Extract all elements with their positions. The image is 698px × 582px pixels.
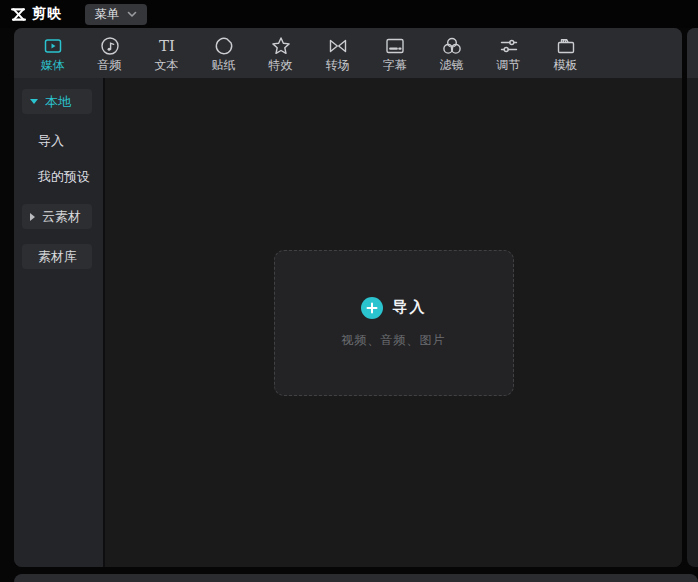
tab-media[interactable]: 媒体 bbox=[24, 28, 81, 78]
tab-label: 调节 bbox=[497, 59, 521, 72]
tab-label: 模板 bbox=[554, 59, 578, 72]
tab-label: 转场 bbox=[326, 59, 350, 72]
tab-sticker[interactable]: 贴纸 bbox=[195, 28, 252, 78]
text-icon: TI bbox=[156, 35, 178, 57]
tab-subtitle[interactable]: 字幕 bbox=[366, 28, 423, 78]
import-button[interactable]: 导入 bbox=[361, 297, 427, 319]
sidebar-item-label: 本地 bbox=[45, 93, 71, 111]
sidebar-item-local[interactable]: 本地 bbox=[22, 89, 92, 114]
sidebar-item-label: 我的预设 bbox=[38, 168, 90, 186]
sidebar-item-label: 导入 bbox=[38, 132, 64, 150]
media-icon bbox=[42, 35, 64, 57]
tabbar: 媒体 音频 TI 文本 贴纸 特效 bbox=[14, 28, 682, 78]
tab-label: 特效 bbox=[269, 59, 293, 72]
sidebar: 本地 导入 我的预设 云素材 素材库 bbox=[14, 78, 105, 567]
tab-transition[interactable]: 转场 bbox=[309, 28, 366, 78]
tab-effects[interactable]: 特效 bbox=[252, 28, 309, 78]
template-icon bbox=[555, 35, 577, 57]
sidebar-item-cloud-materials[interactable]: 云素材 bbox=[22, 204, 92, 229]
tab-text[interactable]: TI 文本 bbox=[138, 28, 195, 78]
plus-icon[interactable] bbox=[361, 297, 383, 319]
tab-label: 字幕 bbox=[383, 59, 407, 72]
tab-label: 文本 bbox=[155, 59, 179, 72]
subtitle-icon bbox=[384, 35, 406, 57]
tab-label: 贴纸 bbox=[212, 59, 236, 72]
tab-label: 滤镜 bbox=[440, 59, 464, 72]
capcut-logo bbox=[9, 5, 28, 24]
player-panel-edge bbox=[687, 28, 698, 567]
tab-label: 音频 bbox=[98, 59, 122, 72]
app-name: 剪映 bbox=[32, 5, 62, 23]
sidebar-item-material-library[interactable]: 素材库 bbox=[22, 244, 92, 269]
timeline-panel-edge bbox=[14, 574, 698, 582]
tab-adjust[interactable]: 调节 bbox=[480, 28, 537, 78]
sidebar-item-label: 云素材 bbox=[42, 208, 81, 226]
tab-label: 媒体 bbox=[41, 59, 65, 72]
caret-right-icon bbox=[30, 213, 35, 221]
caret-down-icon bbox=[30, 99, 38, 104]
media-panel: 媒体 音频 TI 文本 贴纸 特效 bbox=[14, 28, 682, 567]
menu-button-label: 菜单 bbox=[95, 6, 119, 23]
import-dropzone[interactable]: 导入 视频、音频、图片 bbox=[274, 250, 514, 396]
menu-button[interactable]: 菜单 bbox=[85, 4, 147, 25]
svg-text:TI: TI bbox=[159, 37, 175, 55]
import-button-label: 导入 bbox=[393, 298, 427, 317]
audio-icon bbox=[99, 35, 121, 57]
panel-body: 本地 导入 我的预设 云素材 素材库 导入 bbox=[14, 78, 682, 567]
import-hint: 视频、音频、图片 bbox=[342, 332, 446, 349]
chevron-down-icon bbox=[127, 11, 137, 18]
tab-filter[interactable]: 滤镜 bbox=[423, 28, 480, 78]
sticker-icon bbox=[213, 35, 235, 57]
sidebar-item-my-presets[interactable]: 我的预设 bbox=[38, 166, 103, 188]
filter-icon bbox=[441, 35, 463, 57]
player-panel-header-edge bbox=[687, 28, 698, 78]
sidebar-item-label: 素材库 bbox=[38, 248, 77, 266]
adjust-icon bbox=[498, 35, 520, 57]
effects-icon bbox=[270, 35, 292, 57]
titlebar: 剪映 菜单 bbox=[0, 0, 698, 28]
media-content-area: 导入 视频、音频、图片 bbox=[105, 78, 682, 567]
tab-audio[interactable]: 音频 bbox=[81, 28, 138, 78]
transition-icon bbox=[327, 35, 349, 57]
sidebar-item-import[interactable]: 导入 bbox=[38, 130, 103, 152]
tab-template[interactable]: 模板 bbox=[537, 28, 594, 78]
